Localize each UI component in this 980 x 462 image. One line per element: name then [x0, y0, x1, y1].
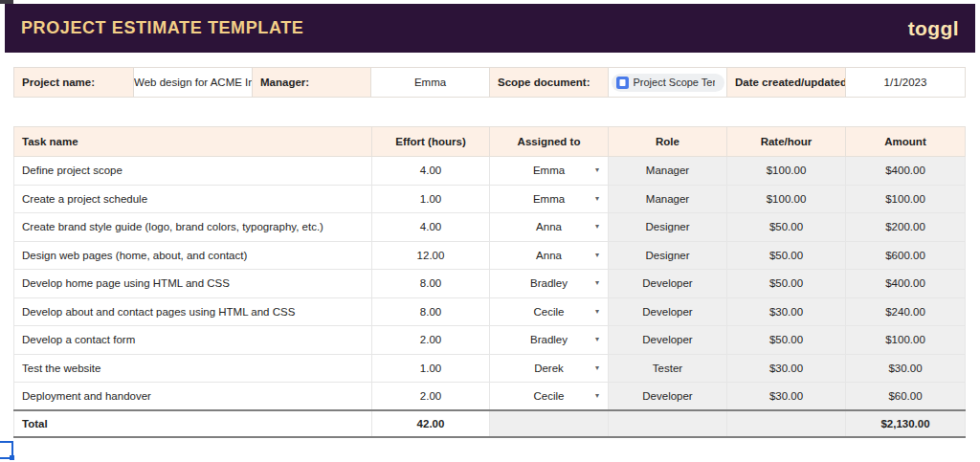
rate-cell[interactable]: $50.00 [727, 241, 846, 270]
title-banner: PROJECT ESTIMATE TEMPLATE toggl [5, 4, 975, 53]
chevron-down-icon[interactable]: ▾ [595, 223, 599, 231]
task-name-cell[interactable]: Test the website [14, 354, 372, 383]
total-amount-cell[interactable]: $2,130.00 [846, 410, 966, 437]
table-row: Design web pages (home, about, and conta… [14, 241, 966, 270]
rate-cell[interactable]: $50.00 [727, 213, 846, 242]
assignee-cell[interactable]: Cecile ▾ [490, 297, 609, 326]
task-name-cell[interactable]: Create brand style guide (logo, brand co… [14, 213, 372, 242]
role-cell[interactable]: Designer [609, 213, 727, 242]
page-title: PROJECT ESTIMATE TEMPLATE [21, 18, 303, 38]
amount-cell[interactable]: $240.00 [846, 297, 966, 326]
amount-cell[interactable]: $600.00 [846, 241, 966, 270]
chevron-down-icon[interactable]: ▾ [595, 308, 599, 316]
rate-cell[interactable]: $30.00 [727, 383, 846, 411]
total-label-cell[interactable]: Total [14, 410, 372, 437]
column-header-amount: Amount [846, 127, 966, 157]
scope-document-cell[interactable]: Project Scope Tem... [609, 68, 727, 98]
effort-cell[interactable]: 8.00 [372, 297, 490, 326]
total-assigned-cell[interactable] [490, 410, 609, 437]
role-cell[interactable]: Developer [609, 270, 727, 298]
rate-cell[interactable]: $100.00 [727, 185, 846, 213]
amount-cell[interactable]: $400.00 [846, 157, 966, 186]
chevron-down-icon[interactable]: ▾ [595, 166, 599, 174]
effort-cell[interactable]: 2.00 [372, 326, 490, 355]
date-created-value[interactable]: 1/1/2023 [846, 68, 966, 98]
chevron-down-icon[interactable]: ▾ [595, 336, 599, 343]
table-row: Develop a contact form 2.00 Bradley ▾ De… [14, 326, 966, 355]
task-name-cell[interactable]: Deployment and handover [14, 383, 372, 411]
role-cell[interactable]: Manager [609, 185, 727, 213]
effort-cell[interactable]: 4.00 [372, 213, 490, 242]
project-name-value[interactable]: Web design for ACME Inc [134, 68, 253, 98]
task-name-cell[interactable]: Develop about and contact pages using HT… [14, 297, 372, 326]
total-rate-cell[interactable] [727, 410, 846, 437]
assignee-cell[interactable]: Anna ▾ [490, 213, 609, 242]
amount-cell[interactable]: $100.00 [846, 185, 966, 213]
assignee-cell[interactable]: Emma ▾ [490, 185, 609, 213]
assignee-cell[interactable]: Emma ▾ [490, 157, 609, 186]
rate-cell[interactable]: $30.00 [727, 354, 846, 383]
assignee-cell[interactable]: Bradley ▾ [490, 270, 609, 298]
column-header-task-name: Task name [14, 127, 372, 157]
table-row: Develop about and contact pages using HT… [14, 297, 966, 326]
column-header-effort: Effort (hours) [372, 127, 490, 157]
assignee-name: Anna [536, 221, 562, 232]
rate-cell[interactable]: $100.00 [727, 157, 846, 186]
manager-value[interactable]: Emma [371, 68, 490, 98]
amount-cell[interactable]: $100.00 [846, 326, 966, 355]
effort-cell[interactable]: 8.00 [372, 270, 490, 298]
active-cell-selection[interactable] [0, 441, 13, 459]
assignee-name: Anna [536, 250, 562, 261]
task-name-cell[interactable]: Design web pages (home, about, and conta… [14, 241, 372, 270]
assignee-name: Cecile [534, 306, 565, 318]
column-header-rate: Rate/hour [727, 127, 846, 157]
table-row: Define project scope 4.00 Emma ▾ Manager… [14, 157, 966, 186]
role-cell[interactable]: Developer [609, 326, 727, 355]
chevron-down-icon[interactable]: ▾ [595, 252, 599, 259]
role-cell[interactable]: Manager [609, 157, 727, 186]
chevron-down-icon[interactable]: ▾ [595, 392, 599, 400]
task-name-cell[interactable]: Create a project schedule [14, 185, 372, 213]
table-row: Create brand style guide (logo, brand co… [14, 213, 966, 242]
rate-cell[interactable]: $50.00 [727, 270, 846, 298]
amount-cell[interactable]: $200.00 [846, 213, 966, 242]
role-cell[interactable]: Designer [609, 241, 727, 270]
assignee-cell[interactable]: Cecile ▾ [490, 383, 609, 411]
amount-cell[interactable]: $30.00 [846, 354, 966, 383]
assignee-cell[interactable]: Anna ▾ [490, 241, 609, 270]
assignee-name: Bradley [530, 277, 568, 289]
effort-cell[interactable]: 2.00 [372, 383, 490, 411]
effort-cell[interactable]: 1.00 [372, 354, 490, 383]
column-header-role: Role [609, 127, 727, 157]
amount-cell[interactable]: $400.00 [846, 270, 966, 298]
total-row: Total 42.00 $2,130.00 [14, 410, 966, 437]
project-name-label: Project name: [14, 68, 134, 98]
chevron-down-icon[interactable]: ▾ [595, 279, 599, 287]
chevron-down-icon[interactable]: ▾ [595, 364, 599, 372]
task-name-cell[interactable]: Define project scope [14, 157, 372, 186]
chevron-down-icon[interactable]: ▾ [595, 195, 599, 203]
role-cell[interactable]: Developer [609, 383, 727, 411]
effort-cell[interactable]: 12.00 [372, 241, 490, 270]
role-cell[interactable]: Tester [609, 354, 727, 383]
rate-cell[interactable]: $30.00 [727, 297, 846, 326]
assignee-cell[interactable]: Derek ▾ [490, 354, 609, 383]
effort-cell[interactable]: 1.00 [372, 185, 490, 213]
task-name-cell[interactable]: Develop home page using HTML and CSS [14, 270, 372, 298]
scope-document-chip-text: Project Scope Tem... [634, 77, 715, 88]
role-cell[interactable]: Developer [609, 297, 727, 326]
total-role-cell[interactable] [609, 410, 727, 437]
task-name-cell[interactable]: Develop a contact form [14, 326, 372, 355]
amount-cell[interactable]: $60.00 [846, 383, 966, 411]
date-created-label: Date created/updated: [727, 68, 846, 98]
total-effort-cell[interactable]: 42.00 [372, 410, 490, 437]
toggl-logo: toggl [908, 17, 959, 40]
effort-cell[interactable]: 4.00 [372, 157, 490, 186]
assignee-cell[interactable]: Bradley ▾ [490, 326, 609, 355]
assignee-name: Cecile [534, 390, 565, 402]
table-header-row: Task name Effort (hours) Assigned to Rol… [14, 127, 966, 157]
scope-document-chip[interactable]: Project Scope Tem... [612, 74, 724, 92]
rate-cell[interactable]: $50.00 [727, 326, 846, 355]
column-header-assigned-to: Assigned to [490, 127, 609, 157]
selection-fill-handle[interactable] [10, 455, 14, 460]
